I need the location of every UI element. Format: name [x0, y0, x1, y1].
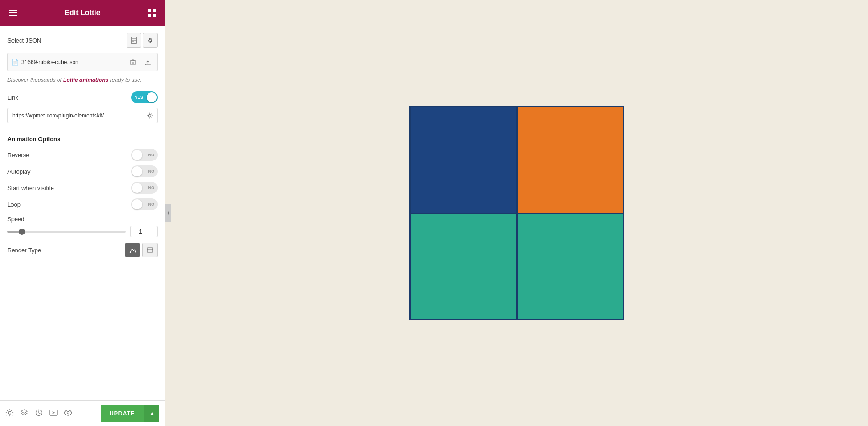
promo-text: Discover thousands of Lottie animations … — [7, 76, 158, 84]
main-canvas — [165, 0, 868, 426]
url-row — [7, 108, 158, 123]
url-settings-button[interactable] — [143, 108, 157, 123]
url-input[interactable] — [8, 109, 143, 122]
loop-toggle-knob — [132, 199, 142, 209]
animation-options-title: Animation Options — [7, 136, 158, 143]
reverse-row: Reverse NO — [7, 149, 158, 161]
render-type-label: Render Type — [7, 247, 41, 254]
svg-rect-2 — [9, 15, 17, 16]
sidebar-header: Edit Lottie — [0, 0, 165, 26]
loop-label: Loop — [7, 201, 21, 208]
autoplay-row: Autoplay NO — [7, 165, 158, 177]
reverse-no-label: NO — [148, 153, 155, 157]
collapse-handle[interactable] — [165, 204, 171, 222]
toggle-knob — [147, 92, 157, 102]
svg-point-16 — [149, 115, 151, 117]
toggle-yes-label: YES — [135, 95, 143, 100]
start-when-visible-no-label: NO — [148, 186, 155, 190]
svg-line-24 — [53, 413, 54, 414]
svg-rect-4 — [153, 9, 156, 12]
select-json-file-button[interactable] — [127, 33, 141, 48]
cube-quad-bottom-left — [411, 214, 516, 320]
svg-rect-5 — [148, 14, 151, 17]
sidebar-content: Select JSON — [0, 26, 165, 400]
start-when-visible-label: Start when visible — [7, 185, 54, 192]
link-toggle[interactable]: YES — [131, 91, 158, 103]
start-when-visible-row: Start when visible NO — [7, 182, 158, 194]
start-when-visible-toggle[interactable]: NO — [131, 182, 158, 194]
upload-file-button[interactable] — [142, 56, 153, 68]
speed-label: Speed — [7, 216, 25, 223]
settings-icon[interactable] — [5, 409, 14, 419]
loop-no-label: NO — [148, 202, 155, 207]
svg-rect-18 — [147, 248, 153, 252]
svg-rect-0 — [9, 10, 17, 11]
render-btn-group — [125, 243, 158, 257]
autoplay-toggle[interactable]: NO — [131, 165, 158, 177]
render-type-row: Render Type — [7, 243, 158, 257]
history-icon[interactable] — [35, 409, 43, 419]
link-row: Link YES — [7, 91, 158, 103]
svg-rect-3 — [148, 9, 151, 12]
autoplay-toggle-knob — [132, 166, 142, 176]
cube-quad-top-left — [411, 107, 516, 213]
lottie-animations-link[interactable]: Lottie animations — [63, 77, 108, 83]
loop-toggle[interactable]: NO — [131, 198, 158, 210]
update-arrow-button[interactable] — [144, 405, 159, 422]
select-json-label: Select JSON — [7, 37, 41, 44]
update-button[interactable]: UPDATE — [101, 405, 144, 422]
eye-icon[interactable] — [64, 409, 72, 419]
update-btn-group: UPDATE — [101, 405, 159, 422]
svg-point-25 — [67, 411, 69, 414]
sidebar-title: Edit Lottie — [64, 9, 100, 17]
preview-icon[interactable] — [49, 409, 58, 419]
autoplay-no-label: NO — [148, 169, 155, 174]
file-type-icon: 📄 — [11, 59, 19, 66]
speed-input[interactable] — [130, 226, 158, 237]
rubiks-cube-preview — [409, 106, 624, 320]
reverse-toggle-knob — [132, 150, 142, 160]
speed-slider-row — [7, 226, 158, 237]
layers-icon[interactable] — [20, 409, 28, 419]
file-name-label: 31669-rubiks-cube.json — [21, 59, 124, 65]
select-json-link-button[interactable] — [143, 33, 158, 48]
sidebar-footer: UPDATE — [0, 400, 165, 426]
speed-slider[interactable] — [7, 231, 126, 233]
loop-row: Loop NO — [7, 198, 158, 210]
sidebar: Edit Lottie Select JSON — [0, 0, 165, 426]
cube-quad-bottom-right — [518, 214, 623, 320]
footer-icons — [5, 409, 72, 419]
grid-icon[interactable] — [147, 7, 158, 18]
svg-rect-1 — [9, 12, 17, 13]
render-svg-button[interactable] — [125, 243, 140, 257]
svg-point-17 — [130, 252, 131, 253]
reverse-toggle[interactable]: NO — [131, 149, 158, 161]
render-canvas-button[interactable] — [142, 243, 158, 257]
speed-row: Speed — [7, 215, 158, 237]
divider-1 — [7, 131, 158, 131]
file-row: 📄 31669-rubiks-cube.json — [7, 53, 158, 71]
autoplay-label: Autoplay — [7, 168, 31, 175]
start-when-visible-knob — [132, 183, 142, 193]
link-label: Link — [7, 94, 18, 101]
svg-rect-6 — [153, 14, 156, 17]
svg-rect-22 — [50, 410, 57, 415]
select-json-actions — [127, 33, 158, 48]
reverse-label: Reverse — [7, 152, 29, 159]
svg-point-20 — [8, 411, 11, 414]
select-json-row: Select JSON — [7, 33, 158, 48]
delete-file-button[interactable] — [127, 56, 139, 68]
hamburger-icon[interactable] — [7, 7, 18, 18]
cube-quad-top-right — [518, 107, 623, 213]
